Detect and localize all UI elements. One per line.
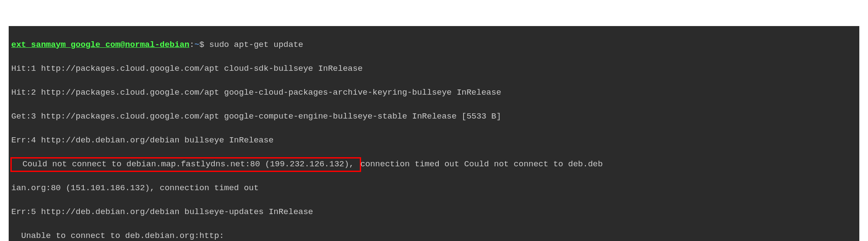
output-line-6: Err:5 http://deb.debian.org/debian bulls… [11, 206, 857, 218]
output-line-3: Get:3 http://packages.cloud.google.com/a… [11, 111, 857, 123]
prompt-dollar: $ [199, 40, 204, 50]
terminal-window[interactable]: ext_sanmaym_google_com@normal-debian:~$ … [9, 26, 859, 241]
prompt-path: ~ [194, 40, 199, 50]
output-line-5: Could not connect to debian.map.fastlydn… [11, 158, 857, 171]
prompt-colon: : [189, 40, 194, 50]
prompt-user-host: ext_sanmaym_google_com@normal-debian [11, 40, 189, 50]
output-line-2: Hit:2 http://packages.cloud.google.com/a… [11, 87, 857, 99]
command-text: sudo apt-get update [209, 40, 303, 50]
output-line-7: Unable to connect to deb.debian.org:http… [11, 230, 857, 241]
output-line-5-tail: connection timed out Could not connect t… [360, 159, 603, 169]
output-line-5-wrap: ian.org:80 (151.101.186.132), connection… [11, 182, 857, 195]
output-line-1: Hit:1 http://packages.cloud.google.com/a… [11, 63, 857, 75]
error-highlight-box: Could not connect to debian.map.fastlydn… [10, 157, 361, 172]
output-line-4: Err:4 http://deb.debian.org/debian bulls… [11, 135, 857, 147]
prompt-line: ext_sanmaym_google_com@normal-debian:~$ … [11, 39, 857, 51]
